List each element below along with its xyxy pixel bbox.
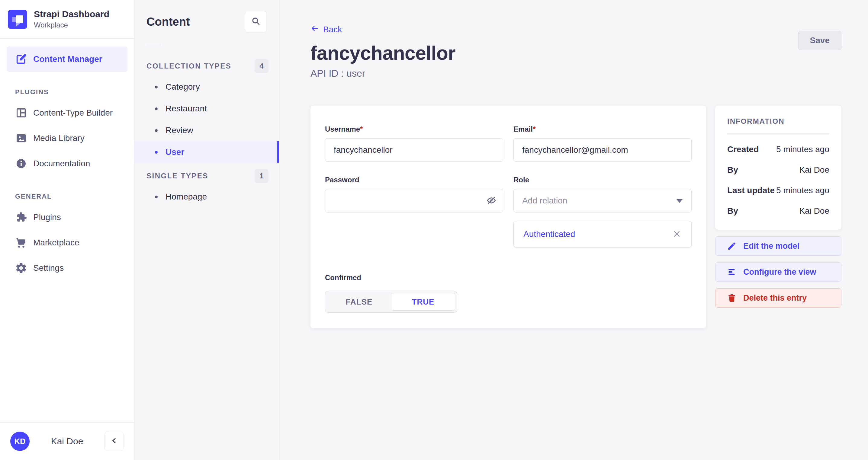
app-root: Strapi Dashboard Workplace Content Manag… — [0, 0, 868, 460]
field-password: Password — [325, 176, 503, 248]
sidebar-item-content-type-builder[interactable]: Content-Type Builder — [7, 100, 127, 126]
subnav-title: Content — [147, 15, 190, 28]
sidebar-item-marketplace[interactable]: Marketplace — [7, 230, 127, 255]
toggle-option-true[interactable]: TRUE — [391, 293, 455, 310]
role-placeholder: Add relation — [522, 196, 567, 205]
back-arrow-icon — [310, 24, 319, 35]
subnav-item-label: Category — [165, 82, 200, 92]
role-select[interactable]: Add relation — [514, 189, 692, 212]
active-indicator — [277, 141, 279, 163]
group-label: SINGLE TYPES — [147, 172, 208, 180]
layout-icon — [15, 107, 27, 119]
sidebar-nav: Content Manager PLUGINS Content-Type Bui… — [0, 39, 134, 422]
side-column: INFORMATION Created 5 minutes ago By Kai… — [715, 106, 841, 307]
brand-title: Strapi Dashboard — [34, 9, 109, 19]
required-asterisk: * — [360, 125, 363, 133]
sidebar-item-label: Documentation — [33, 159, 90, 168]
password-input-wrap — [325, 189, 503, 212]
content-subnav: Content COLLECTION TYPES 4 Category Rest… — [134, 0, 279, 460]
subnav-item-homepage[interactable]: Homepage — [134, 186, 279, 208]
info-value: Kai Doe — [799, 165, 829, 175]
page-title: fancychancellor — [310, 42, 456, 64]
chevron-down-icon — [676, 199, 683, 203]
pencil-icon — [727, 241, 737, 251]
action-label: Delete this entry — [743, 293, 807, 303]
count-badge: 4 — [255, 59, 269, 73]
subnav-item-category[interactable]: Category — [134, 76, 279, 98]
sidebar-item-label: Content Manager — [33, 54, 102, 64]
sidebar-item-documentation[interactable]: Documentation — [7, 151, 127, 176]
subnav-divider — [147, 45, 161, 45]
confirmed-toggle: FALSE TRUE — [325, 291, 457, 313]
close-icon — [672, 229, 682, 240]
brand-text: Strapi Dashboard Workplace — [34, 9, 109, 29]
info-label: Last update — [727, 186, 775, 195]
trash-icon — [727, 293, 737, 303]
label-text: Username — [325, 125, 360, 133]
relation-link[interactable]: Authenticated — [523, 229, 575, 239]
password-label: Password — [325, 176, 503, 184]
info-label: By — [727, 165, 738, 175]
username-input[interactable] — [325, 138, 503, 162]
info-value: 5 minutes ago — [776, 144, 829, 154]
sidebar-item-label: Content-Type Builder — [33, 108, 113, 118]
sidebar-item-media-library[interactable]: Media Library — [7, 126, 127, 151]
info-label: Created — [727, 144, 759, 154]
main-sidebar: Strapi Dashboard Workplace Content Manag… — [0, 0, 134, 460]
feather-edit-icon — [15, 53, 27, 65]
search-icon — [251, 16, 261, 28]
subnav-item-review[interactable]: Review — [134, 120, 279, 141]
information-title: INFORMATION — [727, 117, 829, 126]
bullet-dot — [155, 151, 158, 154]
page-header: Back fancychancellor API ID : user Save — [310, 24, 841, 79]
main-content: Back fancychancellor API ID : user Save … — [279, 0, 868, 460]
username-label: Username* — [325, 125, 503, 133]
gear-icon — [15, 262, 27, 274]
configure-the-view-button[interactable]: Configure the view — [715, 262, 841, 282]
subnav-item-user[interactable]: User — [134, 141, 279, 163]
subnav-item-label: Restaurant — [165, 104, 207, 113]
sidebar-item-content-manager[interactable]: Content Manager — [7, 46, 127, 72]
info-label: By — [727, 206, 738, 216]
required-asterisk: * — [533, 125, 535, 133]
back-link[interactable]: Back — [310, 24, 342, 35]
sidebar-item-label: Settings — [33, 263, 64, 273]
info-circle-icon — [15, 158, 27, 170]
subnav-item-label: Review — [165, 126, 193, 135]
edit-the-model-button[interactable]: Edit the model — [715, 236, 841, 256]
sidebar-item-label: Media Library — [33, 133, 85, 143]
list-settings-icon — [727, 267, 737, 277]
save-button[interactable]: Save — [798, 31, 841, 50]
field-confirmed: Confirmed FALSE TRUE — [325, 273, 692, 313]
media-library-icon — [15, 132, 27, 144]
cart-icon — [15, 237, 27, 249]
collapse-sidebar-button[interactable] — [104, 432, 124, 451]
subnav-header: Content — [134, 11, 279, 33]
toggle-option-false[interactable]: FALSE — [327, 293, 391, 310]
information-panel: INFORMATION Created 5 minutes ago By Kai… — [715, 106, 841, 230]
content-row: Username* Email* Password — [310, 106, 841, 328]
info-row-last-update: Last update 5 minutes ago — [727, 186, 829, 195]
field-grid: Username* Email* Password — [325, 125, 692, 248]
subnav-item-restaurant[interactable]: Restaurant — [134, 98, 279, 120]
avatar: KD — [10, 432, 30, 451]
puzzle-icon — [15, 211, 27, 223]
subnav-item-label: User — [165, 147, 184, 157]
password-input[interactable] — [325, 189, 503, 212]
search-button[interactable] — [245, 11, 267, 33]
sidebar-item-settings[interactable]: Settings — [7, 255, 127, 281]
remove-relation-button[interactable] — [670, 228, 683, 241]
action-label: Edit the model — [743, 241, 800, 251]
sidebar-item-label: Plugins — [33, 212, 61, 222]
sidebar-item-label: Marketplace — [33, 238, 80, 248]
role-relation-item: Authenticated — [514, 221, 692, 248]
sidebar-item-plugins[interactable]: Plugins — [7, 205, 127, 230]
strapi-logo-icon — [8, 10, 27, 29]
email-label: Email* — [514, 125, 692, 133]
user-name: Kai Doe — [30, 436, 104, 447]
bullet-dot — [155, 196, 158, 198]
delete-this-entry-button[interactable]: Delete this entry — [715, 288, 841, 307]
email-input[interactable] — [514, 138, 692, 162]
toggle-password-visibility-button[interactable] — [482, 191, 501, 211]
sidebar-section-plugins: PLUGINS — [15, 88, 127, 96]
